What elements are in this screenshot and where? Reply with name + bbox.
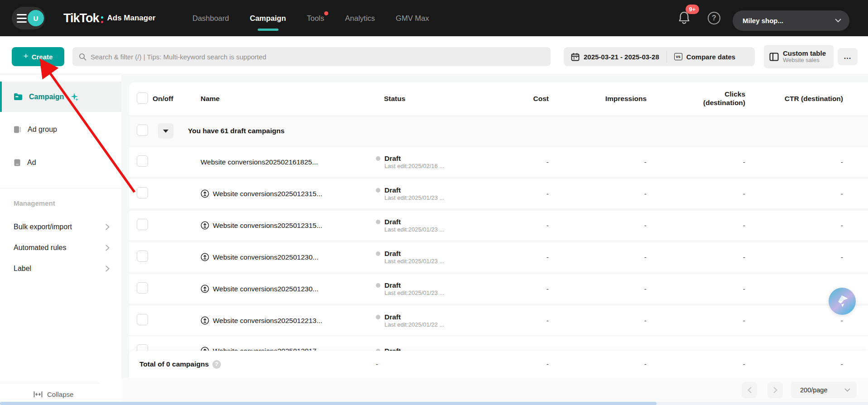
campaign-name[interactable]: Website conversions202502161825... bbox=[201, 158, 318, 166]
ellipsis-icon: ... bbox=[844, 53, 851, 60]
chevron-right-icon bbox=[106, 224, 110, 230]
ctr-value: - bbox=[745, 253, 843, 261]
search-bar[interactable] bbox=[72, 47, 551, 66]
nav-item-campaign[interactable]: Campaign bbox=[250, 14, 286, 23]
avatar[interactable]: U bbox=[28, 10, 44, 26]
help-tooltip-icon[interactable]: ? bbox=[212, 360, 221, 369]
scrollbar-thumb[interactable] bbox=[0, 402, 657, 405]
help-button[interactable]: ? bbox=[708, 12, 720, 24]
search-input[interactable] bbox=[91, 53, 544, 61]
columns-icon bbox=[769, 52, 779, 62]
account-switcher[interactable]: Miley shop... bbox=[733, 10, 849, 31]
row-checkbox[interactable] bbox=[137, 314, 148, 325]
hamburger-menu-icon[interactable] bbox=[17, 14, 27, 23]
campaign-name[interactable]: Website conversions2025012315... bbox=[213, 222, 322, 230]
date-range-button[interactable]: 2025-03-21 - 2025-03-28 bbox=[564, 47, 667, 66]
campaign-table-area: On/off Name Status Cost Impressions Clic… bbox=[121, 74, 868, 405]
nav-item-gmv-max[interactable]: GMV Max bbox=[396, 14, 429, 23]
ai-assistant-button[interactable] bbox=[829, 288, 856, 315]
group-checkbox[interactable] bbox=[137, 125, 148, 136]
campaign-name[interactable]: Website conversions202501230... bbox=[213, 253, 318, 261]
custom-table-preset: Website sales bbox=[783, 57, 826, 64]
sidebar-item-label-menu[interactable]: Label bbox=[0, 258, 121, 279]
next-page-button[interactable] bbox=[767, 382, 783, 398]
row-checkbox[interactable] bbox=[137, 187, 148, 198]
cost-value: - bbox=[463, 158, 549, 166]
column-header-cost[interactable]: Cost bbox=[463, 95, 549, 103]
column-header-status[interactable]: Status bbox=[359, 95, 463, 103]
chevron-down-icon bbox=[844, 388, 850, 392]
status-label: Draft bbox=[384, 313, 444, 321]
column-header-name[interactable]: Name bbox=[179, 95, 359, 103]
ctr-value: - bbox=[745, 285, 843, 293]
cost-value: - bbox=[463, 317, 549, 325]
compare-dates-button[interactable]: vs Compare dates bbox=[667, 47, 743, 66]
notifications-button[interactable]: 9+ bbox=[677, 10, 697, 30]
sidebar-item-bulk-export-import[interactable]: Bulk export/import bbox=[0, 217, 121, 237]
ctr-value: - bbox=[745, 317, 843, 325]
table-header-row: On/off Name Status Cost Impressions Clic… bbox=[129, 82, 868, 115]
custom-table-button[interactable]: Custom table Website sales bbox=[764, 45, 834, 68]
select-all-checkbox[interactable] bbox=[137, 92, 148, 104]
sidebar-item-ad-group[interactable]: Ad group bbox=[0, 118, 121, 141]
table-row[interactable]: Website conversions2025012315... DraftLa… bbox=[129, 179, 868, 208]
clicks-value: - bbox=[647, 285, 745, 293]
impressions-value: - bbox=[549, 317, 647, 325]
toolbar: + Create 2025-03-21 - 2025-03-28 vs Comp… bbox=[0, 36, 868, 74]
horizontal-scrollbar[interactable] bbox=[0, 402, 868, 405]
management-section-title: Management bbox=[14, 199, 55, 207]
chevron-right-icon bbox=[106, 245, 110, 251]
nav-item-analytics[interactable]: Analytics bbox=[345, 14, 375, 23]
campaign-name[interactable]: Website conversions2025012315... bbox=[213, 190, 322, 198]
row-checkbox[interactable] bbox=[137, 155, 148, 167]
caret-down-icon bbox=[163, 130, 168, 133]
last-edit: Last edit:2025/01/23 ... bbox=[384, 258, 444, 265]
sidebar: Campaign Ad group Ad Management Bulk exp… bbox=[0, 74, 121, 405]
previous-page-button[interactable] bbox=[742, 382, 757, 398]
status-label: Draft bbox=[384, 249, 444, 258]
ctr-value: - bbox=[745, 158, 843, 166]
table-row[interactable]: Website conversions202501230... DraftLas… bbox=[129, 274, 868, 304]
campaign-name[interactable]: Website conversions2025012213... bbox=[213, 317, 322, 325]
row-checkbox[interactable] bbox=[137, 219, 148, 230]
nav-item-dashboard[interactable]: Dashboard bbox=[192, 14, 229, 23]
draft-upload-icon bbox=[201, 189, 209, 198]
main-menu-pill[interactable]: U bbox=[12, 7, 45, 29]
impressions-value: - bbox=[549, 285, 647, 293]
sidebar-item-label: Bulk export/import bbox=[14, 223, 72, 231]
sidebar-item-ad[interactable]: Ad bbox=[0, 151, 121, 174]
cost-value: - bbox=[463, 190, 549, 198]
clicks-value: - bbox=[647, 253, 745, 261]
calendar-icon bbox=[571, 53, 580, 61]
expand-group-button[interactable] bbox=[158, 123, 173, 139]
search-icon bbox=[79, 53, 86, 61]
status-dot bbox=[376, 283, 380, 288]
row-checkbox[interactable] bbox=[137, 282, 148, 294]
column-header-onoff[interactable]: On/off bbox=[153, 95, 179, 103]
column-header-impressions[interactable]: Impressions bbox=[549, 95, 647, 103]
table-row[interactable]: Website conversions202501230... DraftLas… bbox=[129, 242, 868, 272]
column-header-ctr[interactable]: CTR (destination) bbox=[745, 95, 843, 103]
create-button[interactable]: + Create bbox=[12, 47, 64, 66]
chevron-down-icon bbox=[835, 19, 841, 23]
clicks-value: - bbox=[647, 158, 745, 166]
sidebar-item-campaign[interactable]: Campaign bbox=[0, 82, 121, 112]
page-size-select[interactable]: 200/page bbox=[791, 382, 857, 398]
campaign-name[interactable]: Website conversions202501230... bbox=[213, 285, 318, 293]
sidebar-item-automated-rules[interactable]: Automated rules bbox=[0, 237, 121, 258]
nav-item-tools[interactable]: Tools bbox=[307, 14, 325, 23]
clicks-value: - bbox=[647, 222, 745, 230]
collapse-icon bbox=[34, 391, 43, 398]
sidebar-item-label: Ad group bbox=[28, 125, 57, 134]
table-row[interactable]: Website conversions2025012315... DraftLa… bbox=[129, 211, 868, 240]
table-row[interactable]: Website conversions202502161825... Draft… bbox=[129, 147, 868, 177]
total-status-value: - bbox=[359, 360, 463, 368]
tiktok-logo-colon-icon bbox=[101, 16, 103, 23]
table-row[interactable]: Website conversions2025012213... DraftLa… bbox=[129, 306, 868, 335]
column-header-clicks[interactable]: Clicks (destination) bbox=[690, 90, 745, 107]
sidebar-item-label: Automated rules bbox=[14, 244, 67, 252]
sidebar-item-label: Ad bbox=[27, 159, 36, 167]
draft-upload-icon bbox=[201, 253, 209, 261]
row-checkbox[interactable] bbox=[137, 251, 148, 262]
more-options-button[interactable]: ... bbox=[838, 48, 858, 65]
